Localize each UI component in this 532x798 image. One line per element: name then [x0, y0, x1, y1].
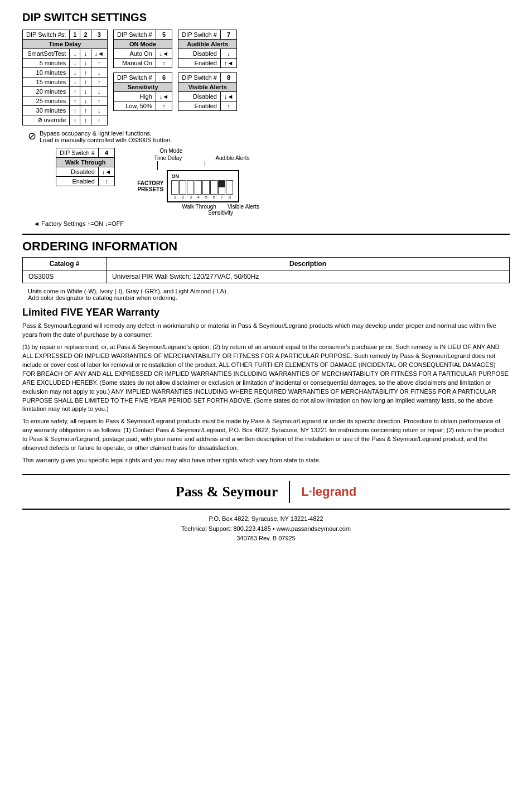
- table5-header: DIP Switch #: [113, 30, 156, 40]
- row-label: 30 minutes: [23, 106, 70, 115]
- warranty-para1: Pass & Seymour/Legrand will remedy any d…: [22, 322, 510, 340]
- table4-header: DIP Switch #: [56, 148, 99, 158]
- walk-through-header: Walk Through: [56, 158, 115, 167]
- legend-text: ◄ Factory Settings ↑=ON ↓=OFF: [33, 220, 124, 227]
- table-row: Disabled ↓◄: [178, 92, 237, 101]
- row-val: ↓◄: [91, 49, 107, 59]
- row-val: ↓◄: [156, 92, 172, 101]
- row-val: ↓: [80, 87, 91, 96]
- dip-switch-5-table: DIP Switch # 5 ON Mode Auto On ↓◄ Manual…: [113, 30, 172, 68]
- row-val: ↑: [70, 96, 80, 106]
- row-val: ↑: [70, 87, 80, 96]
- bypass-note: ⊘ Bypass occupancy & light level functio…: [28, 130, 510, 143]
- table-row: 25 minutes ↑ ↓ ↑: [23, 96, 108, 106]
- table-row: Enabled ↑◄: [178, 59, 237, 68]
- warranty-title: Limited FIVE YEAR Warranty: [22, 307, 510, 318]
- bypass-line1: Bypass occupancy & light level functions…: [40, 130, 172, 137]
- warranty-para3: To ensure safety, all repairs to Pass & …: [22, 417, 510, 453]
- table-row: Disabled ↓: [178, 49, 237, 59]
- col-description: Description: [107, 258, 510, 270]
- sw6: 6: [210, 180, 217, 199]
- row-val: ↓: [70, 78, 80, 87]
- table-row: SmartSet/Test ↓ ↓ ↓◄: [23, 49, 108, 59]
- row-val: ↓: [91, 87, 107, 96]
- dip-settings-area: DIP Switch #s: 1 2 3 Time Delay SmartSet…: [22, 30, 510, 125]
- on-mode-arrow-label: On Mode: [159, 148, 182, 154]
- brand-legrand: L·legrand: [301, 485, 356, 499]
- row-val: ↓◄: [156, 49, 172, 59]
- ordering-table: Catalog # Description OS300S Universal P…: [22, 257, 510, 283]
- row-label: Enabled: [178, 59, 221, 68]
- table-row: ⊘ override ↑ ↑ ↑: [23, 115, 108, 125]
- row-val: ↑: [80, 106, 91, 115]
- table-row: 20 minutes ↑ ↓ ↓: [23, 87, 108, 96]
- color-note-line2: Add color designator to catalog number w…: [28, 294, 510, 301]
- on-mode-header: ON Mode: [113, 40, 172, 49]
- table8-num: 8: [220, 73, 236, 83]
- row-label: 25 minutes: [23, 96, 70, 106]
- factory-presets-diagram: On Mode Time Delay Audible Alerts FACTOR…: [137, 148, 259, 216]
- bypass-line2: Load is manually controlled with OS300S …: [40, 137, 172, 143]
- factory-presets-label: FACTORY PRESETS: [137, 180, 163, 192]
- table7-num: 7: [220, 30, 236, 40]
- catalog-desc: Universal PIR Wall Switch; 120/277VAC, 5…: [107, 270, 510, 283]
- col2-header: 2: [80, 30, 91, 40]
- catalog-num: OS300S: [23, 270, 107, 283]
- col-catalog: Catalog #: [23, 258, 107, 270]
- page-title: DIP SWITCH SETTINGS: [22, 11, 510, 24]
- row-val: ↑: [156, 101, 172, 111]
- table-row: 15 minutes ↓ ↑ ↑: [23, 78, 108, 87]
- row-val: ↑: [98, 177, 114, 186]
- middle-tables: DIP Switch # 5 ON Mode Auto On ↓◄ Manual…: [113, 30, 172, 125]
- row-val: ↑: [220, 101, 236, 111]
- row-val: ↑: [80, 78, 91, 87]
- brand-footer: Pass & Seymour L·legrand: [22, 474, 510, 510]
- row-val: ↓: [220, 49, 236, 59]
- dip-switch-8-table: DIP Switch # 8 Visible Alerts Disabled ↓…: [178, 72, 237, 111]
- table-row: High ↓◄: [113, 92, 172, 101]
- row-val: ↓: [80, 49, 91, 59]
- row-label: 10 minutes: [23, 68, 70, 78]
- table5-num: 5: [156, 30, 172, 40]
- row-label: High: [113, 92, 156, 101]
- row-label: Low, 50%: [113, 101, 156, 111]
- row-val: ↓◄: [220, 92, 236, 101]
- row-val: ↓: [91, 106, 107, 115]
- table-1-2-3-container: DIP Switch #s: 1 2 3 Time Delay SmartSet…: [22, 30, 108, 125]
- row-val: ↑: [91, 59, 107, 68]
- row-val: ↑: [80, 68, 91, 78]
- audible-alerts-arrow-label: Audible Alerts: [215, 155, 249, 161]
- row-val: ↑: [91, 96, 107, 106]
- table-row: Manual On ↑: [113, 59, 172, 68]
- col3-header: 3: [91, 30, 107, 40]
- sensitivity-bottom-label: Sensitivity: [208, 210, 233, 216]
- visible-alerts-bottom-label: Visible Alerts: [228, 204, 259, 210]
- legend-row: ◄ Factory Settings ↑=ON ↓=OFF: [33, 220, 510, 227]
- row-label: 15 minutes: [23, 78, 70, 87]
- row-val: ↑: [91, 115, 107, 125]
- sw8: 8: [226, 180, 233, 199]
- ordering-title: ORDERING INFORMATION: [22, 234, 510, 254]
- row-val: ↓: [70, 68, 80, 78]
- walk-through-bottom-label: Walk Through: [182, 204, 216, 210]
- table7-header: DIP Switch #: [178, 30, 221, 40]
- sw5: 5: [202, 180, 210, 199]
- warranty-para2: (1) by repair or replacement, or, at Pas…: [22, 343, 510, 414]
- dip-switch-7-table: DIP Switch # 7 Audible Alerts Disabled ↓…: [178, 30, 237, 68]
- row-val: ↓: [70, 59, 80, 68]
- row-label: ⊘ override: [23, 115, 70, 125]
- sw3: 3: [187, 180, 194, 199]
- row-label: Enabled: [56, 177, 99, 186]
- row-label: 5 minutes: [23, 59, 70, 68]
- ordering-row: OS300S Universal PIR Wall Switch; 120/27…: [23, 270, 510, 283]
- table123-header-label: DIP Switch #s:: [23, 30, 70, 40]
- table-row: 5 minutes ↓ ↓ ↑: [23, 59, 108, 68]
- table-row: Auto On ↓◄: [113, 49, 172, 59]
- row-val: ↑◄: [220, 59, 236, 68]
- time-delay-header: Time Delay: [23, 40, 108, 49]
- table8-header: DIP Switch #: [178, 73, 221, 83]
- table6-num: 6: [156, 73, 172, 83]
- audible-alerts-header: Audible Alerts: [178, 40, 237, 49]
- brand-pass-seymour: Pass & Seymour: [176, 483, 278, 500]
- row-val: ↓: [70, 49, 80, 59]
